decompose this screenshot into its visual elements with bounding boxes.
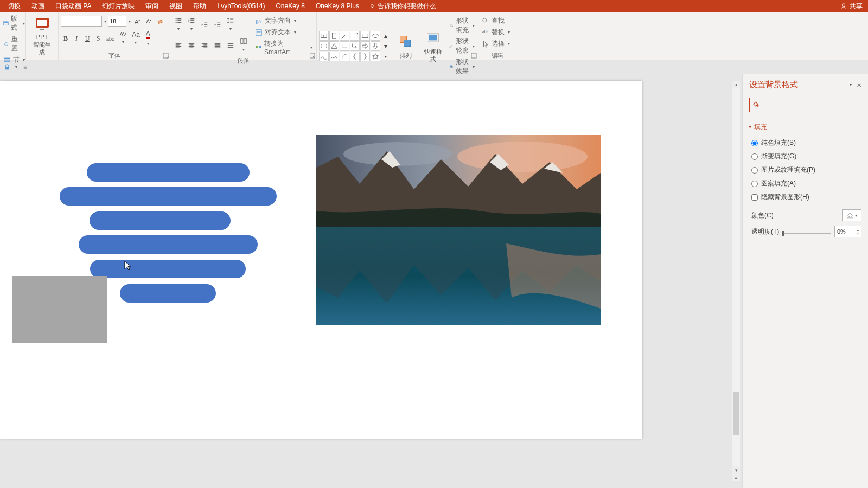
scroll-down-button[interactable]: ▾ (732, 466, 740, 474)
justify-button[interactable] (212, 41, 224, 50)
rounded-rect-shape[interactable] (60, 187, 277, 206)
find-button[interactable]: 查找 (481, 16, 506, 26)
strikethrough-button[interactable]: S (93, 34, 103, 44)
solid-fill-radio[interactable]: 纯色填充(S) (751, 138, 861, 147)
align-text-button[interactable]: 对齐文本 (254, 27, 314, 37)
shape-elbow-arrow-icon[interactable] (350, 41, 360, 51)
tab-help[interactable]: 帮助 (188, 0, 212, 12)
align-center-button[interactable] (186, 41, 197, 50)
tab-pocket-anim[interactable]: 口袋动画 PA (50, 0, 97, 12)
hide-bg-checkbox[interactable]: 隐藏背景图形(H) (751, 192, 861, 202)
select-button[interactable]: 选择 (481, 38, 512, 49)
line-spacing-button[interactable] (225, 16, 237, 34)
shape-textbox-icon[interactable]: A (319, 31, 329, 41)
fill-section-header[interactable]: 填充 (749, 119, 861, 132)
ppt-smart-generate-button[interactable]: PPT智能生成 (28, 14, 56, 57)
image-placeholder[interactable] (316, 135, 601, 325)
underline-button[interactable]: U (82, 34, 92, 44)
close-pane-icon[interactable]: × (857, 80, 861, 89)
tell-me-search[interactable]: 告诉我你想要做什么 (369, 2, 436, 11)
vertical-scrollbar[interactable]: ▴ ▾ ≡ (732, 81, 740, 481)
columns-button[interactable] (238, 36, 250, 55)
dialog-launcher-icon[interactable] (163, 53, 169, 59)
replace-button[interactable]: ab 替换 (481, 27, 512, 37)
shape-arrow-line-icon[interactable] (350, 31, 360, 41)
char-spacing-button[interactable]: AV (118, 30, 129, 47)
font-color-button[interactable]: A (143, 29, 153, 49)
chevron-down-icon[interactable] (103, 17, 107, 25)
font-family-combo[interactable] (61, 16, 102, 27)
spin-down-icon[interactable]: ▾ (857, 232, 859, 235)
color-picker-button[interactable]: ▾ (842, 209, 861, 221)
rounded-rect-shape[interactable] (87, 163, 250, 182)
pattern-fill-radio[interactable]: 图案填充(A) (751, 179, 861, 188)
shape-star-icon[interactable] (371, 52, 380, 61)
shape-elbow-icon[interactable] (340, 41, 349, 51)
tab-onekey8[interactable]: OneKey 8 (271, 0, 310, 12)
shapes-gallery[interactable]: A ▴ ▾ ▾ (319, 31, 391, 61)
shape-curve-icon[interactable] (319, 52, 329, 61)
shadow-button[interactable]: abc (104, 35, 117, 43)
tab-animations[interactable]: 动画 (26, 0, 50, 12)
rounded-rect-shape[interactable] (90, 211, 231, 230)
transparency-spinner[interactable]: 0% ▴▾ (834, 226, 861, 237)
italic-button[interactable]: I (72, 34, 81, 44)
outdent-button[interactable] (199, 20, 210, 30)
numbering-button[interactable]: 123 (186, 16, 197, 34)
rounded-rect-shape[interactable] (90, 260, 246, 278)
scroll-up-button[interactable]: ▴ (732, 81, 740, 88)
convert-smartart-button[interactable]: 转换为 SmartArt (254, 38, 314, 56)
shape-roundrect-icon[interactable] (319, 41, 329, 51)
distribute-button[interactable] (225, 41, 237, 50)
reset-button[interactable]: 重置 (2, 34, 23, 54)
shape-fill-button[interactable]: 形状填充 (448, 16, 476, 35)
shape-vtextbox-icon[interactable] (329, 31, 339, 41)
tab-onekey8plus[interactable]: OneKey 8 Plus (310, 0, 365, 12)
align-right-button[interactable] (199, 41, 210, 50)
tab-review[interactable]: 审阅 (140, 0, 164, 12)
slide-canvas[interactable] (0, 81, 642, 439)
section-button[interactable]: 节 (2, 55, 27, 65)
slide-edit-area[interactable]: ▴ ▾ ≡ (0, 74, 742, 488)
shape-brace-r-icon[interactable] (360, 52, 370, 61)
rounded-rect-shape[interactable] (79, 235, 258, 254)
change-case-button[interactable]: Aa (130, 30, 142, 48)
text-direction-button[interactable]: ‖A 文字方向 (254, 16, 314, 26)
transparency-slider[interactable] (782, 229, 831, 234)
pane-options-icon[interactable] (848, 80, 852, 89)
dialog-launcher-icon[interactable] (310, 53, 315, 59)
quick-styles-button[interactable]: 快速样式 (421, 28, 445, 64)
indent-button[interactable] (212, 20, 224, 30)
gallery-row-down-icon[interactable]: ▾ (381, 41, 391, 51)
scroll-more-button[interactable]: ≡ (732, 474, 740, 481)
gallery-more-icon[interactable]: ▾ (381, 52, 391, 61)
share-button[interactable]: 共享 (840, 2, 868, 11)
shape-freeform-icon[interactable] (329, 52, 339, 61)
shrink-font-button[interactable]: A▾ (144, 17, 154, 25)
shape-effects-button[interactable]: 形状效果 (448, 57, 476, 76)
dialog-launcher-icon[interactable] (471, 53, 477, 59)
tab-transitions[interactable]: 切换 (2, 0, 26, 12)
tab-slideshow[interactable]: 幻灯片放映 (97, 0, 140, 12)
rounded-rect-shape[interactable] (120, 284, 216, 303)
layout-button[interactable]: 版式 (2, 14, 27, 33)
picture-fill-radio[interactable]: 图片或纹理填充(P) (751, 165, 861, 175)
shape-brace-l-icon[interactable] (350, 52, 360, 61)
shape-oval-icon[interactable] (371, 31, 380, 41)
chevron-down-icon[interactable] (127, 17, 131, 25)
scroll-thumb[interactable] (733, 392, 739, 435)
font-size-combo[interactable] (108, 16, 126, 27)
shape-down-arrow-icon[interactable] (371, 41, 380, 51)
tab-view[interactable]: 视图 (164, 0, 188, 12)
bullets-button[interactable] (173, 16, 184, 34)
shape-line-icon[interactable] (340, 31, 349, 41)
align-left-button[interactable] (173, 41, 184, 50)
fill-category-icon[interactable] (749, 98, 762, 112)
shape-rect-icon[interactable] (360, 31, 370, 41)
rectangle-shape[interactable] (12, 276, 107, 343)
gallery-row-up-icon[interactable]: ▴ (381, 31, 391, 41)
grow-font-button[interactable]: A▴ (132, 17, 143, 26)
shape-arc-icon[interactable] (340, 52, 349, 61)
shape-arrow-block-icon[interactable] (360, 41, 370, 51)
shape-triangle-icon[interactable] (329, 41, 339, 51)
